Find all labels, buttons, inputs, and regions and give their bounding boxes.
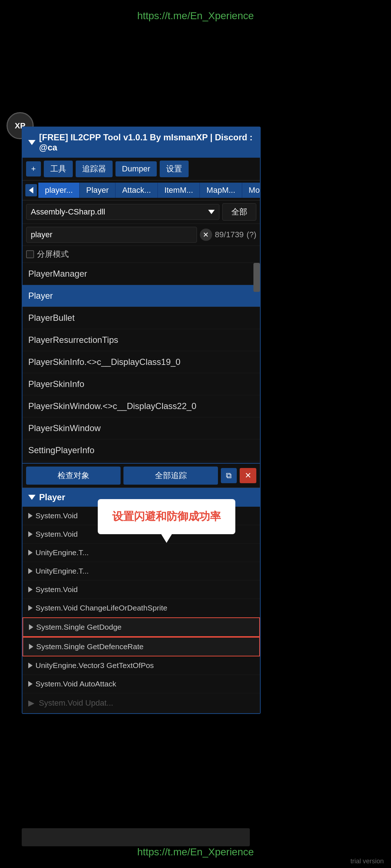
tooltip-box: 设置闪避和防御成功率 — [98, 499, 235, 534]
play-icon — [28, 568, 33, 574]
top-link[interactable]: https://t.me/En_Xperience — [0, 0, 391, 29]
method-name: System.Single GetDefenceRate — [36, 642, 143, 651]
method-item[interactable]: System.Void ChangeLifeOrDeathSprite — [22, 599, 260, 617]
panel-header: [FREE] IL2CPP Tool v1.0.1 By mIsmanXP | … — [22, 127, 260, 158]
clear-search-button[interactable]: ✕ — [200, 229, 212, 241]
method-item-get-defence-rate[interactable]: System.Single GetDefenceRate — [22, 637, 260, 656]
play-icon — [28, 513, 33, 519]
collapse-section-icon[interactable] — [28, 495, 35, 500]
tooltip-container: 设置闪避和防御成功率 — [98, 499, 235, 534]
search-input[interactable] — [26, 227, 197, 243]
close-button[interactable]: ✕ — [240, 468, 256, 483]
list-item[interactable]: PlayerSkinInfo.<>c__DisplayClass19_0 — [22, 351, 260, 373]
tabs-row: player... Player Attack... ItemM... MapM… — [22, 180, 260, 200]
search-help[interactable]: (?) — [247, 230, 256, 239]
tab-map-manager[interactable]: MapM... — [200, 183, 242, 198]
search-count: 89/1739 — [215, 230, 244, 239]
chevron-left-icon — [29, 187, 33, 193]
play-icon — [29, 644, 33, 650]
scroll-indicator[interactable] — [253, 263, 260, 292]
method-name: System.Single GetDodge — [36, 623, 122, 631]
list-item[interactable]: PlayerSkinWindow.<>c__DisplayClass22_0 — [22, 395, 260, 417]
tab-item-manager[interactable]: ItemM... — [158, 183, 200, 198]
panel-title: [FREE] IL2CPP Tool v1.0.1 By mIsmanXP | … — [39, 132, 254, 153]
method-name: System.Void — [35, 511, 78, 520]
list-item[interactable]: PlayerSkinInfo — [22, 373, 260, 395]
tab-money[interactable]: Money... — [242, 183, 260, 198]
assembly-value: Assembly-CSharp.dll — [31, 207, 105, 217]
tab-player[interactable]: Player — [80, 183, 115, 198]
method-name: UnityEngine.T... — [35, 567, 89, 575]
play-icon — [28, 605, 33, 611]
tracker-button[interactable]: 追踪器 — [76, 161, 113, 177]
method-item[interactable]: UnityEngine.Vector3 GetTextOfPos — [22, 656, 260, 675]
play-icon — [28, 587, 33, 592]
method-name: System.Void — [35, 530, 78, 539]
list-item[interactable]: PlayerManager — [22, 263, 260, 285]
search-row: ✕ 89/1739 (?) — [22, 224, 260, 246]
method-name: System.Void — [35, 585, 78, 594]
trace-all-button[interactable]: 全部追踪 — [123, 467, 218, 485]
method-name: System.Void ChangeLifeOrDeathSprite — [35, 604, 167, 612]
dumper-button[interactable]: Dumper — [115, 161, 157, 176]
split-mode-label: 分屏模式 — [37, 249, 69, 260]
add-button[interactable]: + — [26, 161, 41, 176]
list-item[interactable]: PlayerResurrectionTips — [22, 329, 260, 351]
main-panel: [FREE] IL2CPP Tool v1.0.1 By mIsmanXP | … — [22, 127, 261, 504]
scroll-tabs-left-button[interactable] — [25, 184, 37, 196]
play-icon — [28, 681, 33, 687]
bottom-toolbar: 检查对象 全部追踪 ⧉ ✕ — [22, 464, 260, 488]
assembly-select[interactable]: Assembly-CSharp.dll — [26, 204, 219, 220]
method-item[interactable]: UnityEngine.T... — [22, 544, 260, 562]
method-item-get-dodge[interactable]: System.Single GetDodge — [22, 617, 260, 637]
assembly-row: Assembly-CSharp.dll 全部 — [22, 200, 260, 224]
play-icon — [29, 624, 33, 630]
method-name: UnityEngine.Vector3 GetTextOfPos — [35, 661, 154, 670]
method-item-partial[interactable]: ▶ System.Void Updat... — [22, 693, 260, 713]
method-name: System.Void AutoAttack — [35, 680, 116, 688]
method-item[interactable]: UnityEngine.T... — [22, 562, 260, 580]
list-item[interactable]: Player — [22, 285, 260, 307]
method-name: UnityEngine.T... — [35, 548, 89, 557]
copy-icon-button[interactable]: ⧉ — [221, 468, 237, 483]
play-icon — [28, 550, 33, 556]
tab-attack[interactable]: Attack... — [115, 183, 157, 198]
play-icon — [28, 663, 33, 668]
list-item[interactable]: PlayerSkinWindow — [22, 417, 260, 439]
method-item[interactable]: System.Void AutoAttack — [22, 675, 260, 693]
highlighted-methods-container: System.Single GetDodge System.Single Get… — [22, 617, 260, 656]
tool-button[interactable]: 工具 — [44, 161, 73, 177]
method-list: System.Void System.Void UnityEngine.T...… — [22, 507, 260, 713]
all-button[interactable]: 全部 — [222, 203, 256, 221]
list-item[interactable]: SettingPlayerInfo — [22, 439, 260, 461]
split-mode-row: 分屏模式 — [22, 246, 260, 263]
collapse-icon[interactable] — [28, 140, 35, 145]
play-icon — [28, 531, 33, 537]
toolbar: + 工具 追踪器 Dumper 设置 — [22, 158, 260, 180]
tooltip-text: 设置闪避和防御成功率 — [112, 510, 221, 522]
settings-button[interactable]: 设置 — [160, 161, 189, 177]
list-item[interactable]: PlayerBullet — [22, 307, 260, 329]
tab-player-script[interactable]: player... — [38, 183, 80, 198]
player-section-title: Player — [39, 492, 65, 502]
trial-text: trial version — [350, 858, 384, 865]
dropdown-arrow-icon — [208, 210, 215, 214]
method-item[interactable]: System.Void — [22, 580, 260, 599]
split-mode-checkbox[interactable] — [26, 250, 34, 258]
inspect-button[interactable]: 检查对象 — [26, 467, 121, 485]
tooltip-arrow-icon — [161, 533, 172, 543]
bottom-link[interactable]: https://t.me/En_Xperience — [0, 839, 391, 858]
